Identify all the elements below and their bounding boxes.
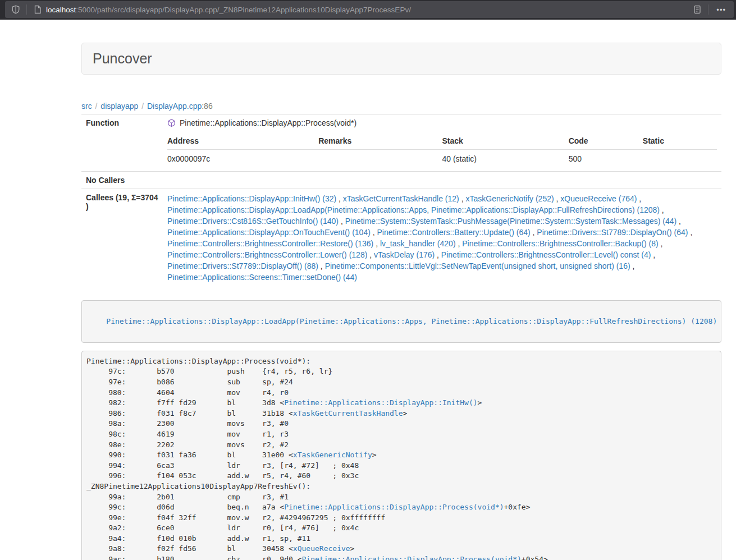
breadcrumb-line-number: :86 bbox=[202, 102, 212, 111]
callee-link[interactable]: Pinetime::Controllers::BrightnessControl… bbox=[167, 250, 367, 259]
column-header-stack: Stack bbox=[442, 132, 568, 150]
detail-header-row: Address Remarks Stack Code Static bbox=[167, 132, 717, 150]
url-text[interactable]: localhost:5000/path/src/displayapp/Displ… bbox=[46, 6, 691, 14]
disassembly-symbol-link[interactable]: Pinetime::Applications::DisplayApp::Proc… bbox=[284, 503, 504, 511]
callee-separator: , bbox=[318, 261, 325, 270]
callee-separator: , bbox=[676, 217, 681, 226]
callee-link[interactable]: xTaskGetCurrentTaskHandle (12) bbox=[343, 194, 459, 203]
page-title: Puncover bbox=[93, 51, 710, 67]
callee-separator: , bbox=[456, 239, 463, 248]
static-value bbox=[643, 150, 717, 168]
page-container: Puncover src / displayapp / DisplayApp.c… bbox=[81, 43, 721, 560]
callee-link[interactable]: Pinetime::Applications::DisplayApp::Init… bbox=[167, 194, 336, 203]
disassembly-line: Pinetime::Applications::DisplayApp::Proc… bbox=[86, 356, 716, 367]
function-table: Function Pinetime::Applications::Display… bbox=[81, 114, 721, 287]
url-path: :5000/path/src/displayapp/DisplayApp.cpp… bbox=[76, 6, 411, 14]
column-header-static: Static bbox=[643, 132, 717, 150]
disassembly-symbol-link[interactable]: xTaskGenericNotify bbox=[293, 451, 372, 459]
stack-value: 40 (static) bbox=[442, 150, 568, 168]
callee-separator: , bbox=[531, 228, 537, 237]
breadcrumb-link[interactable]: src bbox=[81, 102, 92, 111]
callee-link[interactable]: Pinetime::Applications::DisplayApp::OnTo… bbox=[167, 228, 371, 237]
callee-link[interactable]: Pinetime::Components::LittleVgl::SetNewT… bbox=[325, 261, 630, 270]
callees-list: Pinetime::Applications::DisplayApp::Init… bbox=[163, 189, 721, 287]
column-header-code: Code bbox=[569, 132, 643, 150]
disassembly-line: 9a8: f02f fd56 bl 30458 <xQueueReceive> bbox=[86, 544, 716, 554]
disassembly-line: 99c: d06d beq.n a7a <Pinetime::Applicati… bbox=[86, 502, 716, 513]
callee-link[interactable]: Pinetime::Controllers::Battery::Update()… bbox=[377, 228, 531, 237]
disassembly-line: 9ac: b180 cbz r0, 9d0 <Pinetime::Applica… bbox=[86, 554, 716, 560]
callee-separator: , bbox=[373, 239, 380, 248]
disassembly-line: 98e: 2202 movs r2, #2 bbox=[86, 440, 716, 451]
callee-separator: , bbox=[371, 228, 377, 237]
app-header-panel: Puncover bbox=[81, 43, 721, 75]
disassembly-line: 97c: b570 push {r4, r5, r6, lr} bbox=[86, 366, 716, 377]
function-label: Function bbox=[81, 114, 163, 172]
disassembly-line: 980: 4604 mov r4, r0 bbox=[86, 388, 716, 398]
disassembly-line: _ZN8Pinetime12Applications10DisplayApp7R… bbox=[86, 481, 716, 492]
disassembly: Pinetime::Applications::DisplayApp::Proc… bbox=[81, 351, 721, 560]
callee-link[interactable]: vTaskDelay (176) bbox=[374, 250, 435, 259]
callee-link[interactable]: lv_task_handler (420) bbox=[380, 239, 456, 248]
callee-separator: , bbox=[459, 194, 466, 203]
function-name-row: Pinetime::Applications::DisplayApp::Proc… bbox=[167, 118, 717, 127]
detail-data-row: 0x0000097c 40 (static) 500 bbox=[167, 150, 717, 168]
disassembly-line: 996: f104 053c add.w r5, r4, #60 ; 0x3c bbox=[86, 471, 716, 481]
function-detail-table: Address Remarks Stack Code Static 0x0000… bbox=[167, 132, 717, 167]
disassembly-symbol-link[interactable]: Pinetime::Applications::DisplayApp::Init… bbox=[284, 398, 477, 407]
column-header-remarks: Remarks bbox=[318, 132, 442, 150]
callee-link[interactable]: Pinetime::Applications::DisplayApp::Load… bbox=[167, 205, 660, 214]
callee-separator: , bbox=[435, 250, 441, 259]
callee-separator: , bbox=[339, 217, 345, 226]
breadcrumb-link[interactable]: DisplayApp.cpp bbox=[147, 102, 202, 111]
disassembly-line: 9a2: 6ce0 ldr r0, [r4, #76] ; 0x4c bbox=[86, 523, 716, 534]
disassembly-line: 98a: 2300 movs r3, #0 bbox=[86, 419, 716, 429]
disassembly-symbol-link[interactable]: xQueueReceive bbox=[293, 544, 350, 553]
page-icon[interactable] bbox=[31, 3, 44, 16]
toolbar-divider bbox=[26, 4, 27, 15]
callee-separator: , bbox=[637, 194, 641, 203]
disassembly-symbol-link[interactable]: Pinetime::Applications::DisplayApp::Proc… bbox=[302, 555, 522, 560]
callee-link[interactable]: Pinetime::Controllers::BrightnessControl… bbox=[167, 239, 373, 248]
callees-label: Callees (19, Σ=3704 ) bbox=[81, 189, 163, 287]
callee-link[interactable]: Pinetime::Controllers::BrightnessControl… bbox=[441, 250, 651, 259]
breadcrumb-separator: / bbox=[138, 102, 147, 111]
callee-link[interactable]: Pinetime::System::SystemTask::PushMessag… bbox=[345, 217, 677, 226]
function-row: Function Pinetime::Applications::Display… bbox=[81, 114, 721, 172]
reader-view-icon[interactable] bbox=[691, 3, 703, 16]
code-size-value: 500 bbox=[569, 150, 643, 168]
callee-separator: , bbox=[336, 194, 343, 203]
callee-link[interactable]: xTaskGenericNotify (252) bbox=[465, 194, 554, 203]
highlighted-symbol-link[interactable]: Pinetime::Applications::DisplayApp::Load… bbox=[106, 317, 717, 325]
breadcrumb-separator: / bbox=[92, 102, 101, 111]
shield-icon[interactable] bbox=[10, 3, 22, 16]
ellipsis-menu-icon[interactable]: ••• bbox=[713, 6, 729, 14]
address-bar[interactable]: localhost:5000/path/src/displayapp/Displ… bbox=[5, 1, 734, 18]
function-name: Pinetime::Applications::DisplayApp::Proc… bbox=[180, 118, 356, 127]
callees-row: Callees (19, Σ=3704 ) Pinetime::Applicat… bbox=[81, 189, 721, 287]
no-callers-label: No Callers bbox=[81, 172, 163, 189]
breadcrumb-link[interactable]: displayapp bbox=[100, 102, 138, 111]
remarks-value bbox=[318, 150, 442, 168]
url-host: localhost bbox=[46, 6, 76, 14]
cube-icon bbox=[167, 118, 176, 127]
breadcrumb: src / displayapp / DisplayApp.cpp:86 bbox=[81, 102, 721, 111]
browser-toolbar: localhost:5000/path/src/displayapp/Displ… bbox=[0, 0, 736, 20]
callee-separator: , bbox=[554, 194, 561, 203]
no-callers-row: No Callers bbox=[81, 172, 721, 189]
callee-link[interactable]: Pinetime::Controllers::BrightnessControl… bbox=[462, 239, 658, 248]
disassembly-line: 99a: 2b01 cmp r3, #1 bbox=[86, 492, 716, 503]
callee-link[interactable]: Pinetime::Drivers::St7789::DisplayOff() … bbox=[167, 261, 318, 270]
callee-link[interactable]: Pinetime::Applications::Screens::Timer::… bbox=[167, 273, 357, 282]
callee-separator: , bbox=[659, 239, 663, 248]
callee-separator: , bbox=[688, 228, 693, 237]
callee-separator: , bbox=[367, 250, 374, 259]
disassembly-line: 99e: f04f 32ff mov.w r2, #4294967295 ; 0… bbox=[86, 513, 716, 524]
callee-link[interactable]: Pinetime::Drivers::Cst816S::GetTouchInfo… bbox=[167, 217, 339, 226]
disassembly-symbol-link[interactable]: xTaskGetCurrentTaskHandle bbox=[293, 409, 403, 417]
callee-link[interactable]: Pinetime::Drivers::St7789::DisplayOn() (… bbox=[537, 228, 688, 237]
callee-separator: , bbox=[651, 250, 655, 259]
callee-link[interactable]: xQueueReceive (764) bbox=[560, 194, 637, 203]
callee-separator: , bbox=[660, 205, 664, 214]
disassembly-line: 98c: 4619 mov r1, r3 bbox=[86, 429, 716, 440]
